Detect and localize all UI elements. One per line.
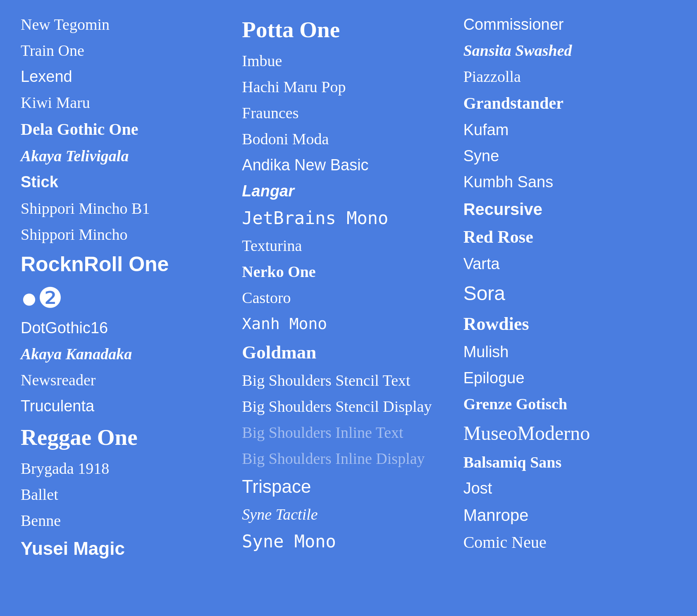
list-item[interactable]: Comic Neue: [463, 530, 676, 555]
list-item[interactable]: Big Shoulders Inline Display: [242, 446, 455, 471]
list-item[interactable]: Lexend: [21, 64, 234, 89]
list-item[interactable]: Hachi Maru Pop: [242, 75, 455, 99]
font-column-1: New Tegomin Train One Lexend Kiwi Maru D…: [17, 12, 238, 563]
list-item[interactable]: Bodoni Moda: [242, 127, 455, 151]
list-item[interactable]: Syne: [463, 144, 676, 168]
list-item[interactable]: Kufam: [463, 118, 676, 142]
list-item[interactable]: Recursive: [463, 196, 676, 222]
list-item[interactable]: Yusei Magic: [21, 535, 234, 563]
list-item[interactable]: DotGothic16: [21, 316, 234, 340]
list-item[interactable]: Big Shoulders Stencil Text: [242, 368, 455, 393]
list-item[interactable]: Grandstander: [463, 91, 676, 116]
list-item[interactable]: Fraunces: [242, 101, 455, 125]
list-item[interactable]: Brygada 1918: [21, 456, 234, 481]
list-item[interactable]: RocknRoll One: [21, 248, 234, 280]
list-item[interactable]: Epilogue: [463, 366, 676, 390]
font-column-3: Commissioner Sansita Swashed Piazzolla G…: [459, 12, 680, 563]
list-item[interactable]: Shippori Mincho: [21, 222, 234, 247]
font-column-2: Potta One Imbue Hachi Maru Pop Fraunces …: [238, 12, 459, 563]
list-item[interactable]: Manrope: [463, 502, 676, 528]
list-item[interactable]: Trispace: [242, 473, 455, 501]
list-item[interactable]: Truculenta: [21, 394, 234, 418]
list-item[interactable]: New Tegomin: [21, 12, 234, 37]
list-item[interactable]: Rowdies: [463, 310, 676, 338]
list-item[interactable]: Akaya Kanadaka: [21, 342, 234, 366]
list-item[interactable]: Dela Gothic One: [21, 117, 234, 142]
list-item[interactable]: Potta One: [242, 12, 455, 47]
list-item[interactable]: Newsreader: [21, 368, 234, 392]
list-item[interactable]: Grenze Gotisch: [463, 392, 676, 416]
list-item[interactable]: Imbue: [242, 49, 455, 73]
list-item[interactable]: Castoro: [242, 286, 455, 310]
list-item[interactable]: Big Shoulders Stencil Display: [242, 394, 455, 419]
list-item[interactable]: MuseoModerno: [463, 418, 676, 449]
list-item[interactable]: Benne: [21, 509, 234, 533]
list-item[interactable]: Akaya Telivigala: [21, 144, 234, 168]
list-item[interactable]: Ballet: [21, 482, 234, 507]
list-item[interactable]: Andika New Basic: [242, 153, 455, 177]
list-item[interactable]: Commissioner: [463, 12, 676, 37]
list-item[interactable]: Red Rose: [463, 224, 676, 251]
list-item[interactable]: Varta: [463, 252, 676, 276]
list-item[interactable]: Texturina: [242, 234, 455, 258]
list-item[interactable]: Nerko One: [242, 260, 455, 284]
list-item[interactable]: Sansita Swashed: [463, 38, 676, 63]
list-item[interactable]: Reggae One: [21, 420, 234, 455]
list-item[interactable]: Stick: [21, 170, 234, 194]
list-item[interactable]: Balsamiq Sans: [463, 450, 676, 475]
list-item[interactable]: Big Shoulders Inline Text: [242, 420, 455, 445]
list-item[interactable]: Syne Mono: [242, 528, 455, 555]
list-item[interactable]: Syne Tactile: [242, 502, 455, 527]
list-item[interactable]: Jost: [463, 476, 676, 501]
list-item[interactable]: JetBrains Mono: [242, 205, 455, 232]
font-grid: New Tegomin Train One Lexend Kiwi Maru D…: [17, 12, 680, 563]
list-item[interactable]: Kiwi Maru: [21, 91, 234, 115]
list-item[interactable]: Train One: [21, 38, 234, 63]
list-item[interactable]: ●❷: [21, 282, 234, 314]
list-item[interactable]: Kumbh Sans: [463, 170, 676, 194]
list-item[interactable]: Xanh Mono: [242, 312, 455, 336]
list-item[interactable]: Piazzolla: [463, 64, 676, 89]
list-item[interactable]: Sora: [463, 278, 676, 309]
list-item[interactable]: Goldman: [242, 338, 455, 367]
list-item[interactable]: Mulish: [463, 340, 676, 364]
list-item[interactable]: Shippori Mincho B1: [21, 196, 234, 221]
list-item[interactable]: Langar: [242, 179, 455, 203]
